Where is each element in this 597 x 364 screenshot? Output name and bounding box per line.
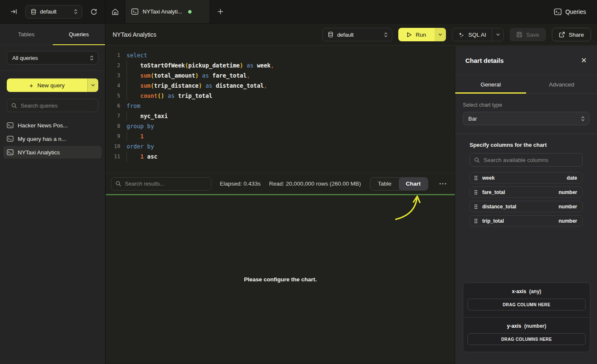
query-list-item[interactable]: Hacker News Pos... [3,119,102,132]
query-list-item[interactable]: My query has a n... [3,132,102,145]
app-window: default NYTaxi Analyti... [0,0,597,364]
run-button[interactable]: Run [398,28,446,41]
code-line[interactable]: 5 count() as trip_total [109,91,455,101]
code-line[interactable]: 6from [109,101,455,111]
sidebar-tab-tables[interactable]: Tables [0,24,53,45]
left-pane: 1select2 toStartOfWeek(pickup_datetime) … [106,46,455,364]
line-number: 10 [109,141,120,151]
code-line[interactable]: 10order by [109,141,455,151]
x-axis-section: x-axis (any) DRAG COLUMN HERE [463,283,590,317]
columns-section-label: Specify columns for the chart [470,142,583,148]
more-options-icon[interactable]: ··· [437,180,450,188]
unsaved-changes-dot [188,10,192,13]
y-axis-drop-zone[interactable]: DRAG COLUMNS HERE [467,333,586,345]
line-number: 4 [109,81,120,91]
database-icon [328,32,333,38]
x-axis-constraint: (any) [529,289,541,294]
search-icon [474,157,480,163]
line-number: 8 [109,121,120,131]
x-axis-drop-zone[interactable]: DRAG COLUMN HERE [467,299,586,310]
close-icon[interactable]: ✕ [581,56,587,65]
results-view-toggle: Table Chart [370,177,428,191]
collapse-sidebar-icon[interactable] [8,6,19,17]
new-query-button[interactable]: + New query [7,78,98,92]
line-number: 5 [109,91,120,101]
code-line[interactable]: 4 sum(trip_distance) as distance_total, [109,81,455,91]
run-database-value: default [337,32,380,38]
search-columns-input[interactable] [484,157,578,163]
query-console-icon [131,8,138,15]
database-icon [31,9,36,15]
chevron-updown-icon [384,32,388,38]
new-tab-button[interactable] [210,0,230,23]
tab-nytaxi-analytics[interactable]: NYTaxi Analyti... [125,0,210,23]
view-chart-button[interactable]: Chart [399,178,428,190]
database-selector[interactable]: default [25,5,82,19]
home-button[interactable] [105,0,125,23]
share-button[interactable]: Share [552,28,591,41]
search-queries-input[interactable] [21,102,95,109]
topbar-left-section: default [0,0,105,23]
new-query-main[interactable]: + New query [7,78,87,92]
chart-type-value: Bar [468,116,577,122]
column-name: trip_total [482,218,504,224]
new-query-dropdown-button[interactable] [87,78,98,92]
code-line[interactable]: 11 1 asc [109,151,455,162]
save-button[interactable]: Save [510,28,546,41]
code-line[interactable]: 3 sum(total_amount) as fare_total, [109,70,455,81]
play-icon [407,32,412,38]
annotation-arrow [106,195,455,246]
run-database-selector[interactable]: default [322,28,392,41]
tab-title: NYTaxi Analyti... [143,8,182,15]
rows-read: Read: 20,000,000 rows (260.00 MB) [269,181,361,187]
line-number: 1 [109,50,120,60]
code-line[interactable]: 7 nyc_taxi [109,111,455,121]
chevron-updown-icon [74,9,78,14]
run-dropdown-button[interactable] [435,28,446,41]
sql-ai-dropdown-button[interactable] [492,28,503,41]
chart-type-label: Select chart type [463,102,589,108]
sql-ai-main[interactable]: SQL AI [452,28,492,41]
query-item-label: Hacker News Pos... [18,122,68,129]
tab-general[interactable]: General [455,75,526,93]
column-type: number [559,189,577,195]
elapsed-time: Elapsed: 0.433s [220,181,261,187]
code-line[interactable]: 1select [109,50,455,60]
line-number: 6 [109,101,120,111]
query-console-icon [554,8,562,15]
query-list-item-selected[interactable]: NYTaxi Analytics [3,146,102,159]
run-button-main[interactable]: Run [398,28,435,41]
share-label: Share [569,32,584,38]
sql-editor[interactable]: 1select2 toStartOfWeek(pickup_datetime) … [106,46,455,173]
query-item-label: My query has a n... [18,136,66,142]
share-icon [559,32,565,38]
drag-grip-icon [474,218,478,224]
column-row-fare-total[interactable]: fare_total number [470,186,583,198]
panel-title: Chart details [465,57,504,64]
code-line[interactable]: 9 1 [109,131,455,141]
database-selector-value: default [40,8,70,15]
sql-ai-button[interactable]: SQL AI [452,28,504,41]
column-name: fare_total [482,189,505,195]
column-row-distance-total[interactable]: distance_total number [470,201,583,212]
queries-nav-button[interactable]: Queries [554,8,586,15]
query-filter-select[interactable]: All queries [7,51,98,65]
view-table-button[interactable]: Table [370,178,398,190]
sparkles-icon [458,32,465,38]
x-axis-label: x-axis [512,289,526,294]
tab-advanced[interactable]: Advanced [526,75,597,93]
chart-type-select[interactable]: Bar [463,112,589,125]
chart-details-panel: Chart details ✕ General Advanced Select … [455,46,597,364]
editor-toolbar: NYTaxi Analytics default Run [106,24,597,46]
code-line[interactable]: 2 toStartOfWeek(pickup_datetime) as week… [109,60,455,70]
query-console-icon [7,136,14,142]
sidebar-tab-queries[interactable]: Queries [53,24,105,45]
refresh-icon[interactable] [88,6,99,17]
chart-empty-message: Please configure the chart. [244,276,317,283]
results-bar: Elapsed: 0.433s Read: 20,000,000 rows (2… [106,173,455,194]
code-line[interactable]: 8group by [109,121,455,131]
top-bar: default NYTaxi Analyti... [0,0,597,24]
column-row-week[interactable]: week date [470,172,583,183]
column-row-trip-total[interactable]: trip_total number [470,215,583,226]
search-results-input[interactable] [125,181,207,187]
